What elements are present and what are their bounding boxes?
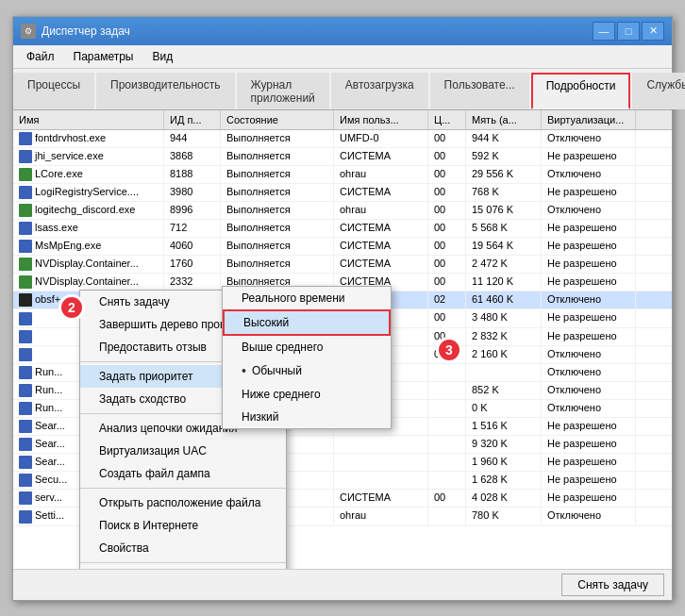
sub-below-normal[interactable]: Ниже среднего xyxy=(223,383,391,406)
menu-view[interactable]: Вид xyxy=(142,47,182,66)
cell-cpu: 00 xyxy=(428,130,466,147)
ctx-sep3 xyxy=(80,488,286,489)
cell-cpu: 00 xyxy=(428,256,466,273)
process-icon xyxy=(19,222,32,235)
col-name[interactable]: Имя xyxy=(13,110,164,129)
cell-mem: 780 K xyxy=(466,508,542,524)
tabs-bar: Процессы Производительность Журнал прило… xyxy=(13,69,672,110)
cell-virt: Отключено xyxy=(542,382,636,399)
col-user[interactable]: Имя польз... xyxy=(334,110,428,129)
ctx-dump[interactable]: Создать файл дампа xyxy=(80,462,286,485)
cell-mem: 4 028 K xyxy=(466,490,542,507)
maximize-button[interactable]: □ xyxy=(617,22,640,41)
tab-users[interactable]: Пользовате... xyxy=(430,73,529,109)
bottom-bar: Снять задачу xyxy=(13,569,672,600)
minimize-button[interactable]: — xyxy=(593,22,615,41)
cell-user: СИСТЕМА xyxy=(334,238,428,255)
cell-name: logitechg_discord.exe xyxy=(13,202,164,219)
cell-user: ohrau xyxy=(334,166,428,183)
cell-cpu xyxy=(428,382,466,399)
ctx-sep4 xyxy=(80,562,286,563)
table-row[interactable]: fontdrvhost.exe 944 Выполняется UMFD-0 0… xyxy=(13,130,672,148)
process-table: Имя ИД п... Состояние Имя польз... Ц... … xyxy=(13,110,672,569)
badge-2: 2 xyxy=(58,294,85,321)
cell-virt: Не разрешено xyxy=(542,220,636,237)
col-cpu[interactable]: Ц... xyxy=(428,110,466,129)
table-row[interactable]: LogiRegistryService.... 3980 Выполняется… xyxy=(13,184,672,202)
sub-above-normal[interactable]: Выше среднего xyxy=(223,336,391,358)
process-icon xyxy=(19,420,32,433)
col-virt[interactable]: Виртуализаци... xyxy=(542,110,636,129)
process-icon xyxy=(19,258,32,271)
table-row[interactable]: NVDisplay.Container... 1760 Выполняется … xyxy=(13,256,672,274)
sub-low[interactable]: Низкий xyxy=(223,406,391,428)
cell-virt: Отключено xyxy=(542,291,636,308)
table-row[interactable]: lsass.exe 712 Выполняется СИСТЕМА 00 5 5… xyxy=(13,220,672,238)
cell-cpu xyxy=(428,418,466,435)
cell-cpu: 02 xyxy=(428,291,466,308)
cell-user: СИСТЕМА xyxy=(334,148,428,165)
end-task-button[interactable]: Снять задачу xyxy=(561,574,664,596)
table-row[interactable]: jhi_service.exe 3868 Выполняется СИСТЕМА… xyxy=(13,148,672,166)
ctx-uac[interactable]: Виртуализация UAC xyxy=(80,440,286,462)
ctx-open-location[interactable]: Открыть расположение файла xyxy=(80,491,286,514)
menu-file[interactable]: Файл xyxy=(17,47,64,66)
cell-cpu: 00 xyxy=(428,202,466,219)
cell-user: ohrau xyxy=(334,202,428,219)
col-mem[interactable]: Мять (а... xyxy=(466,110,542,129)
process-icon xyxy=(19,384,32,397)
col-state[interactable]: Состояние xyxy=(221,110,334,129)
process-icon xyxy=(19,474,32,487)
menu-params[interactable]: Параметры xyxy=(64,47,143,66)
process-icon xyxy=(19,510,32,524)
tab-processes[interactable]: Процессы xyxy=(13,73,94,109)
cell-name: LogiRegistryService.... xyxy=(13,184,164,201)
tab-app-history[interactable]: Журнал приложений xyxy=(237,73,329,109)
tab-details[interactable]: Подробности xyxy=(531,73,631,109)
ctx-goto-services[interactable]: Перейти к службам xyxy=(80,566,286,569)
cell-pid: 8996 xyxy=(164,202,221,219)
cell-name: NVDisplay.Container... xyxy=(13,256,164,273)
cell-cpu xyxy=(428,400,466,417)
cell-mem: 2 832 K xyxy=(466,328,542,345)
table-row[interactable]: logitechg_discord.exe 8996 Выполняется o… xyxy=(13,202,672,220)
cell-state: Выполняется xyxy=(221,130,334,147)
tab-services[interactable]: Службы xyxy=(632,73,685,109)
cell-pid: 3868 xyxy=(164,148,221,165)
task-manager-window: ⚙ Диспетчер задач — □ ✕ Файл Параметры В… xyxy=(12,16,673,601)
sub-high[interactable]: Высокий xyxy=(223,309,391,336)
tab-performance[interactable]: Производительность xyxy=(96,73,234,109)
process-icon xyxy=(19,402,32,415)
cell-virt: Отключено xyxy=(542,508,636,524)
ctx-search[interactable]: Поиск в Интернете xyxy=(80,514,286,537)
cell-mem: 19 564 K xyxy=(466,238,542,255)
cell-state: Выполняется xyxy=(221,184,334,201)
cell-cpu: 00 xyxy=(428,166,466,183)
process-icon xyxy=(19,456,32,469)
cell-mem: 1 628 K xyxy=(466,472,542,489)
sub-realtime[interactable]: Реального времени xyxy=(223,287,391,309)
cell-name: MsMpEng.exe xyxy=(13,238,164,255)
process-icon xyxy=(19,275,32,289)
sub-normal[interactable]: • Обычный xyxy=(223,358,391,383)
cell-pid: 3980 xyxy=(164,184,221,201)
cell-state: Выполняется xyxy=(221,166,334,183)
ctx-properties[interactable]: Свойства xyxy=(80,537,286,559)
col-pid[interactable]: ИД п... xyxy=(164,110,221,129)
cell-mem: 3 480 K xyxy=(466,309,542,326)
cell-name: jhi_service.exe xyxy=(13,148,164,165)
cell-virt: Не разрешено xyxy=(542,256,636,273)
table-row[interactable]: MsMpEng.exe 4060 Выполняется СИСТЕМА 00 … xyxy=(13,238,672,256)
cell-mem: 1 516 K xyxy=(466,418,542,435)
close-button[interactable]: ✕ xyxy=(642,22,664,41)
table-row[interactable]: LCore.exe 8188 Выполняется ohrau 00 29 5… xyxy=(13,166,672,184)
tab-startup[interactable]: Автозагрузка xyxy=(331,73,428,109)
cell-mem: 15 076 K xyxy=(466,202,542,219)
cell-virt: Отключено xyxy=(542,166,636,183)
cell-mem: 29 556 K xyxy=(466,166,542,183)
process-icon xyxy=(19,348,32,361)
process-icon xyxy=(19,240,32,253)
cell-pid: 4060 xyxy=(164,238,221,255)
cell-mem: 61 460 K xyxy=(466,291,542,308)
cell-pid: 8188 xyxy=(164,166,221,183)
